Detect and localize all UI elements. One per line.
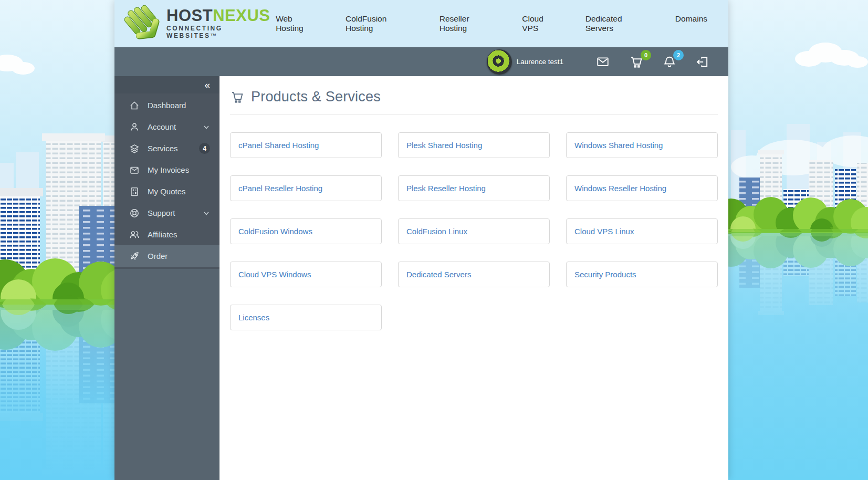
product-card-dedicated-servers[interactable]: Dedicated Servers xyxy=(398,262,550,287)
product-card-windows-shared[interactable]: Windows Shared Hosting xyxy=(566,132,718,158)
envelope-icon xyxy=(129,165,140,175)
sidebar-item-label: Affiliates xyxy=(148,230,177,239)
cart-icon xyxy=(230,90,245,105)
product-card-security-products[interactable]: Security Products xyxy=(566,262,718,287)
brand-name-secondary: NEXUS xyxy=(213,6,270,25)
sidebar-item-my-quotes[interactable]: My Quotes xyxy=(114,181,219,202)
nav-reseller-hosting[interactable]: Reseller Hosting xyxy=(440,14,498,33)
sidebar-item-label: Order xyxy=(148,252,168,260)
services-count-badge: 4 xyxy=(199,143,210,154)
sidebar-filler xyxy=(114,269,219,480)
mail-icon xyxy=(595,55,611,69)
users-icon xyxy=(129,229,140,240)
sidebar-item-account[interactable]: Account xyxy=(114,116,219,138)
sidebar-item-my-invoices[interactable]: My Invoices xyxy=(114,159,219,181)
hostnexus-arrow-icon xyxy=(124,4,161,44)
cart-badge: 0 xyxy=(641,50,651,60)
sidebar-item-affiliates[interactable]: Affiliates xyxy=(114,224,219,245)
body-row: « Dashboard Account xyxy=(114,76,728,480)
product-card-coldfusion-linux[interactable]: ColdFusion Linux xyxy=(398,218,550,244)
username: Laurence test1 xyxy=(517,58,563,66)
product-card-plesk-reseller[interactable]: Plesk Reseller Hosting xyxy=(398,175,550,201)
page-title: Products & Services xyxy=(251,89,381,105)
home-icon xyxy=(129,100,140,111)
nav-web-hosting[interactable]: Web Hosting xyxy=(276,14,321,33)
brand-name-primary: HOST xyxy=(166,6,213,25)
rocket-icon xyxy=(129,251,140,262)
cart-button[interactable]: 0 xyxy=(629,55,644,69)
page-title-row: Products & Services xyxy=(230,89,718,105)
nav-coldfusion-hosting[interactable]: ColdFusion Hosting xyxy=(346,14,415,33)
logout-icon xyxy=(695,55,710,69)
calculator-icon xyxy=(129,186,140,197)
avatar[interactable] xyxy=(487,49,512,75)
sidebar-item-support[interactable]: Support xyxy=(114,202,219,224)
sidebar: « Dashboard Account xyxy=(114,76,219,480)
chevron-down-icon xyxy=(203,210,210,217)
product-card-plesk-shared[interactable]: Plesk Shared Hosting xyxy=(398,132,550,158)
app-window: HOSTNEXUS CONNECTING WEBSITES™ Web Hosti… xyxy=(114,0,728,480)
product-card-cloud-vps-linux[interactable]: Cloud VPS Linux xyxy=(566,218,718,244)
product-card-windows-reseller[interactable]: Windows Reseller Hosting xyxy=(566,175,718,201)
notifications-button[interactable]: 2 xyxy=(662,55,677,69)
brand-text: HOSTNEXUS CONNECTING WEBSITES™ xyxy=(166,8,276,39)
product-card-cpanel-shared[interactable]: cPanel Shared Hosting xyxy=(230,132,382,158)
notifications-badge: 2 xyxy=(673,50,684,60)
product-card-coldfusion-windows[interactable]: ColdFusion Windows xyxy=(230,218,382,244)
brand-tagline: CONNECTING WEBSITES™ xyxy=(166,25,276,39)
product-grid: cPanel Shared Hosting Plesk Shared Hosti… xyxy=(230,132,718,330)
chevron-down-icon xyxy=(203,123,210,131)
sidebar-item-label: My Quotes xyxy=(148,187,186,196)
sidebar-item-dashboard[interactable]: Dashboard xyxy=(114,95,219,116)
sidebar-collapse-button[interactable]: « xyxy=(114,76,219,93)
sidebar-item-order[interactable]: Order xyxy=(114,245,219,267)
site-header: HOSTNEXUS CONNECTING WEBSITES™ Web Hosti… xyxy=(114,0,728,47)
user-bar: Laurence test1 0 2 xyxy=(114,47,728,76)
product-card-cloud-vps-windows[interactable]: Cloud VPS Windows xyxy=(230,262,382,287)
product-card-licenses[interactable]: Licenses xyxy=(230,305,382,330)
layers-icon xyxy=(129,143,140,154)
sidebar-item-label: Support xyxy=(148,208,175,217)
brand-logo[interactable]: HOSTNEXUS CONNECTING WEBSITES™ xyxy=(124,4,276,44)
nav-dedicated-servers[interactable]: Dedicated Servers xyxy=(585,14,651,33)
user-icon xyxy=(129,122,140,132)
sidebar-item-label: Dashboard xyxy=(148,101,186,110)
mail-button[interactable] xyxy=(595,55,611,69)
sidebar-item-label: Services xyxy=(148,144,178,153)
sidebar-item-label: My Invoices xyxy=(148,165,189,174)
nav-domains[interactable]: Domains xyxy=(675,14,707,33)
product-card-cpanel-reseller[interactable]: cPanel Reseller Hosting xyxy=(230,175,382,201)
sidebar-menu: Dashboard Account Services xyxy=(114,93,219,269)
logout-button[interactable] xyxy=(695,55,710,69)
sidebar-item-services[interactable]: Services 4 xyxy=(114,138,219,159)
lifering-icon xyxy=(129,208,140,218)
main-nav: Web Hosting ColdFusion Hosting Reseller … xyxy=(276,14,728,33)
sidebar-item-label: Account xyxy=(148,122,176,131)
title-divider xyxy=(230,114,718,114)
content-panel: Products & Services cPanel Shared Hostin… xyxy=(219,76,728,480)
collapse-chevrons-icon: « xyxy=(204,79,210,91)
nav-cloud-vps[interactable]: Cloud VPS xyxy=(522,14,561,33)
